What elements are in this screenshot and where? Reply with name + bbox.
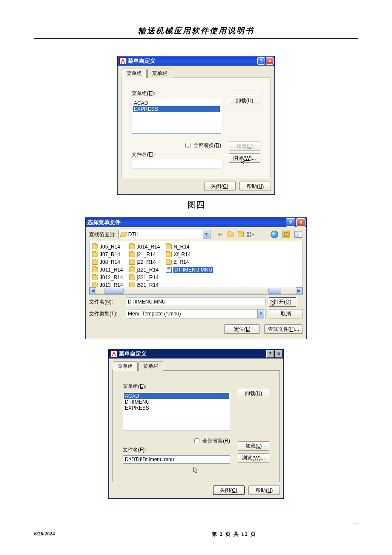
file-item[interactable]: j21_R14 (129, 251, 160, 258)
filetype-combo[interactable]: Menu Template (*.mnu) ▼ (126, 309, 265, 318)
views-icon[interactable]: ▼ (247, 230, 255, 239)
tab-menu-group[interactable]: 菜单组 (113, 361, 138, 371)
filename-input[interactable] (126, 298, 265, 306)
file-item-label: J011_R14 (100, 267, 123, 273)
document-title: 输送机械应用软件使用说明书 (34, 26, 358, 39)
tab-menu-bar[interactable]: 菜单栏 (138, 361, 163, 371)
help-button[interactable]: 帮助(H) (248, 486, 280, 495)
listbox-item-acad[interactable]: ACAD (133, 100, 220, 106)
dialog1-titlebar[interactable]: ⋀ 菜单自定义 ? × (118, 56, 274, 66)
listbox-item-acad[interactable]: ACAD (124, 393, 229, 399)
file-item[interactable]: J08_R14 (92, 258, 123, 266)
scroll-left-icon[interactable]: ◀ (89, 287, 96, 294)
replace-all-checkbox[interactable] (185, 143, 190, 148)
file-item-label: Xf_R14 (173, 251, 190, 257)
folder-icon (129, 275, 135, 280)
folder-icon (166, 244, 172, 249)
close-icon[interactable]: × (275, 350, 282, 358)
scroll-thumb[interactable] (104, 288, 124, 294)
folder-icon (92, 275, 98, 280)
file-item-label: Z_R14 (173, 259, 189, 265)
file-item[interactable]: j321_R14 (129, 274, 160, 281)
file-item[interactable]: Z_R14 (166, 258, 213, 266)
replace-all-label: 全部替换(R) (202, 437, 230, 445)
load-button[interactable]: 加载(L) (238, 441, 269, 451)
chevron-down-icon[interactable]: ▼ (257, 309, 264, 318)
file-name-input[interactable] (132, 160, 221, 168)
filetype-value: Menu Template (*.mnu) (128, 311, 256, 317)
file-item-selected[interactable]: DTIIMENU.MNU (166, 266, 213, 274)
close-icon[interactable]: × (266, 57, 274, 65)
file-item[interactable]: J07_R14 (92, 251, 123, 258)
file-item[interactable]: N_R14 (166, 243, 213, 251)
open-button[interactable]: 打开(O) (269, 297, 296, 306)
views-toggle-icon[interactable] (282, 230, 291, 239)
help-button[interactable]: 帮助(H) (239, 182, 271, 191)
figure-4-caption: 图四 (34, 199, 358, 211)
mouse-cursor-icon (193, 466, 199, 474)
file-dialog-titlebar[interactable]: 选择菜单文件 ? × (86, 218, 306, 227)
listbox-item-dtiimenu[interactable]: DTIIMENU (124, 399, 229, 405)
page-footer: — 6/26/2024 第 2 页 共 12 页 (34, 520, 358, 538)
file-item-label: J012_R14 (100, 275, 123, 280)
menu-customize-dialog-1: ⋀ 菜单自定义 ? × 菜单组 菜单栏 菜单组(E): (117, 56, 275, 195)
menu-group-listbox[interactable]: ACAD DTIIMENU EXPRESS (123, 392, 230, 431)
file-dialog-title: 选择菜单文件 (87, 219, 121, 226)
close-button[interactable]: 关闭(C) (204, 182, 236, 191)
footer-date: 6/26/2024 (34, 531, 55, 538)
find-file-button[interactable]: 查找文件(F)... (264, 324, 303, 334)
web-folder-icon[interactable] (270, 230, 279, 239)
help-icon[interactable]: ? (257, 57, 265, 65)
unload-button[interactable]: 卸载(U) (229, 96, 260, 105)
back-icon[interactable]: ⇦ (216, 230, 225, 239)
up-folder-icon[interactable] (226, 230, 235, 239)
file-open-dialog: 选择菜单文件 ? × 查找范围(I): DTII ▼ ⇦ (85, 217, 307, 339)
file-item-label: J05_R14 (100, 244, 120, 250)
file-item[interactable]: j121_R14 (129, 266, 160, 274)
dialog3-titlebar[interactable]: ⋀ 菜单自定义 ? × (109, 349, 283, 358)
file-item[interactable]: J05_R14 (92, 243, 123, 251)
browse-button[interactable]: 浏览(W)... (238, 453, 269, 462)
file-item-label: j21_R14 (137, 251, 156, 257)
browse-button[interactable]: 浏览(W)... (229, 153, 260, 163)
preview-toggle-icon[interactable] (294, 230, 303, 239)
file-item[interactable]: J011_R14 (92, 266, 123, 274)
folder-icon (129, 267, 135, 272)
filename-label: 文件名(N): (89, 298, 122, 306)
help-icon[interactable]: ? (286, 218, 295, 227)
dialog3-title: 菜单自定义 (119, 350, 147, 358)
help-icon[interactable]: ? (266, 350, 274, 358)
scroll-thumb-2[interactable] (268, 288, 281, 294)
file-item[interactable]: Xf_R14 (166, 251, 213, 258)
close-icon[interactable]: × (296, 218, 306, 227)
locate-button[interactable]: 定位(L) (224, 324, 260, 334)
tab-menu-group[interactable]: 菜单组 (122, 69, 147, 78)
file-name-label: 文件名(F): (132, 151, 221, 158)
cancel-button[interactable]: 取消 (269, 309, 303, 318)
filetype-label: 文件类型(T): (89, 310, 122, 318)
file-list[interactable]: J05_R14J07_R14J08_R14J011_R14J012_R14J01… (89, 241, 303, 295)
file-item-label: j121_R14 (137, 267, 159, 273)
menu-group-listbox[interactable]: ACAD EXPRESS (132, 99, 221, 134)
lookin-combo[interactable]: DTII ▼ (118, 230, 211, 239)
folder-icon (129, 260, 135, 265)
close-button[interactable]: 关闭(C) (213, 486, 245, 495)
file-item[interactable]: J012_R14 (92, 274, 123, 281)
menu-group-label: 菜单组(E): (123, 383, 230, 390)
unload-button[interactable]: 卸载(U) (238, 389, 269, 398)
menu-group-label: 菜单组(E): (132, 90, 221, 97)
replace-all-checkbox[interactable] (194, 438, 199, 443)
file-name-input[interactable] (123, 455, 230, 464)
file-item[interactable]: j22_R14 (129, 258, 160, 266)
horizontal-scrollbar[interactable]: ◀ ▶ (89, 287, 303, 294)
new-folder-icon[interactable] (236, 230, 245, 239)
lookin-label: 查找范围(I): (89, 231, 116, 238)
chevron-down-icon[interactable]: ▼ (203, 230, 210, 239)
listbox-item-express[interactable]: EXPRESS (133, 106, 220, 112)
folder-icon (92, 267, 98, 272)
listbox-item-express[interactable]: EXPRESS (124, 405, 229, 411)
file-item[interactable]: J014_R14 (129, 243, 160, 251)
scroll-right-icon[interactable]: ▶ (296, 287, 303, 294)
folder-icon (129, 252, 135, 257)
tab-menu-bar[interactable]: 菜单栏 (147, 69, 172, 78)
